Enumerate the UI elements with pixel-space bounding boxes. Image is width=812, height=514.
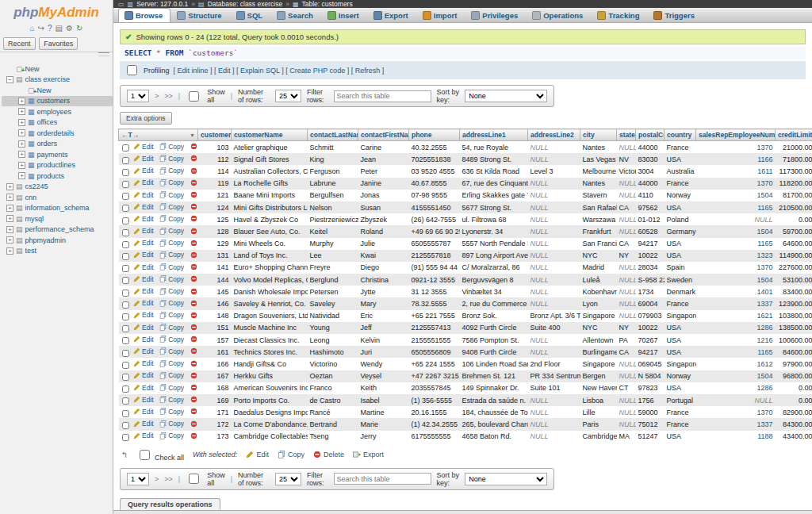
column-header-addressline1[interactable]: addressLine1 <box>460 129 528 141</box>
copy-link[interactable]: Copy <box>159 143 184 151</box>
delete-link[interactable]: Delete <box>190 299 198 307</box>
page-select[interactable]: 1 <box>127 90 149 102</box>
edit-link[interactable]: Edit <box>133 275 154 283</box>
tree-item-information-schema[interactable]: +▤information_schema <box>2 203 113 214</box>
edit-link[interactable]: Edit <box>133 299 154 307</box>
tab-search[interactable]: Search <box>270 8 321 22</box>
tab-insert[interactable]: Insert <box>321 8 367 22</box>
tab-browse[interactable]: Browse <box>118 8 170 22</box>
profiling-link[interactable]: [ Edit inline ] <box>174 67 215 75</box>
copy-link[interactable]: Copy <box>159 203 184 211</box>
options-caret-icon[interactable]: ▼ <box>190 132 195 138</box>
row-checkbox[interactable] <box>122 374 129 381</box>
expand-icon[interactable]: + <box>18 140 25 148</box>
copy-link[interactable]: Copy <box>159 336 184 343</box>
last-page-link[interactable]: >> <box>164 475 173 483</box>
tree-item-cs2245[interactable]: +▤cs2245 <box>2 182 113 193</box>
tree-item-products[interactable]: +▦products <box>2 171 113 182</box>
copy-link[interactable]: Copy <box>159 432 184 439</box>
column-header-phone[interactable]: phone <box>409 129 460 141</box>
delete-link[interactable]: Delete <box>190 155 198 163</box>
delete-link[interactable]: Delete <box>190 191 198 199</box>
row-checkbox[interactable] <box>122 241 129 248</box>
expand-icon[interactable]: + <box>18 98 25 105</box>
copy-link[interactable]: Copy <box>159 239 184 247</box>
selected-export-button[interactable]: Export <box>353 451 384 458</box>
copy-link[interactable]: Copy <box>159 263 184 271</box>
tab-triggers[interactable]: Triggers <box>647 8 703 22</box>
copy-link[interactable]: Copy <box>159 396 184 404</box>
docs-icon[interactable]: ▤ <box>56 24 63 33</box>
delete-link[interactable]: Delete <box>190 275 198 283</box>
edit-link[interactable]: Edit <box>133 336 154 343</box>
row-checkbox[interactable] <box>122 410 129 417</box>
check-all-checkbox[interactable] <box>140 450 150 460</box>
copy-link[interactable]: Copy <box>159 371 184 379</box>
delete-link[interactable]: Delete <box>190 178 198 186</box>
expand-icon[interactable]: + <box>6 226 13 233</box>
copy-link[interactable]: Copy <box>159 420 184 428</box>
menu-icon[interactable]: ▭ <box>118 1 124 8</box>
column-header-contactlastname[interactable]: contactLastName <box>308 129 358 141</box>
delete-link[interactable]: Delete <box>190 239 198 247</box>
row-checkbox[interactable] <box>122 157 129 164</box>
last-page-link[interactable]: >> <box>164 92 173 100</box>
edit-link[interactable]: Edit <box>133 384 154 392</box>
column-header-creditlimit[interactable]: creditLimit <box>776 129 812 141</box>
copy-link[interactable]: Copy <box>159 324 184 332</box>
row-checkbox[interactable] <box>122 253 129 260</box>
row-checkbox[interactable] <box>122 362 129 369</box>
delete-link[interactable]: Delete <box>190 347 198 355</box>
tree-item-productlines[interactable]: +▦productlines <box>2 160 113 171</box>
breadcrumb-table-link[interactable]: Table: customers <box>301 0 352 8</box>
edit-link[interactable]: Edit <box>133 178 154 186</box>
selected-edit-button[interactable]: Edit <box>246 451 269 458</box>
tree-item-new[interactable]: ▢+New <box>2 85 113 96</box>
profiling-link[interactable]: [ Explain SQL ] <box>236 67 285 75</box>
actions-column-header[interactable]: ←T→ ▼ <box>119 129 198 141</box>
edit-link[interactable]: Edit <box>133 215 154 223</box>
recent-tab[interactable]: Recent <box>3 37 36 50</box>
breadcrumb-server-link[interactable]: Server: 127.0.0.1 <box>136 0 188 8</box>
row-checkbox[interactable] <box>122 325 129 332</box>
row-checkbox[interactable] <box>122 422 129 429</box>
row-checkbox[interactable] <box>122 193 129 200</box>
filter-rows-input[interactable] <box>334 90 431 102</box>
copy-link[interactable]: Copy <box>159 408 184 416</box>
tab-import[interactable]: Import <box>416 8 465 22</box>
expand-icon[interactable]: + <box>6 183 13 190</box>
edit-link[interactable]: Edit <box>133 371 154 379</box>
copy-link[interactable]: Copy <box>159 287 184 295</box>
delete-link[interactable]: Delete <box>190 203 198 211</box>
sort-by-key-select[interactable]: None <box>465 90 547 102</box>
row-checkbox[interactable] <box>122 386 129 393</box>
column-header-customernumber[interactable]: customerNumber <box>198 129 232 141</box>
expand-icon[interactable]: + <box>18 129 25 136</box>
delete-link[interactable]: Delete <box>190 359 198 367</box>
delete-link[interactable]: Delete <box>190 324 198 332</box>
copy-link[interactable]: Copy <box>159 215 184 223</box>
next-page-link[interactable]: > <box>155 475 159 483</box>
row-checkbox[interactable] <box>122 277 129 284</box>
column-header-city[interactable]: city <box>580 129 617 141</box>
edit-link[interactable]: Edit <box>133 347 154 355</box>
row-checkbox[interactable] <box>122 337 129 344</box>
row-checkbox[interactable] <box>122 217 129 224</box>
delete-link[interactable]: Delete <box>190 143 198 151</box>
copy-link[interactable]: Copy <box>159 155 184 163</box>
tree-item-customers[interactable]: +▦customers <box>2 96 113 107</box>
tree-item-orderdetails[interactable]: +▦orderdetails <box>2 128 113 139</box>
edit-link[interactable]: Edit <box>133 251 154 259</box>
tab-tracking[interactable]: Tracking <box>591 8 647 22</box>
row-checkbox[interactable] <box>122 434 129 441</box>
selected-delete-button[interactable]: Delete <box>313 451 344 458</box>
number-of-rows-select[interactable]: 25 <box>275 90 301 102</box>
tree-item-employees[interactable]: +▦employees <box>2 106 113 117</box>
edit-link[interactable]: Edit <box>133 287 154 295</box>
profiling-link[interactable]: [ Refresh ] <box>351 67 385 75</box>
row-checkbox[interactable] <box>122 397 129 405</box>
reload-navigation-icon[interactable]: ↻ <box>76 24 82 33</box>
copy-link[interactable]: Copy <box>159 167 184 175</box>
expand-icon[interactable]: + <box>6 247 13 255</box>
extra-options-button[interactable]: Extra options <box>120 112 172 125</box>
